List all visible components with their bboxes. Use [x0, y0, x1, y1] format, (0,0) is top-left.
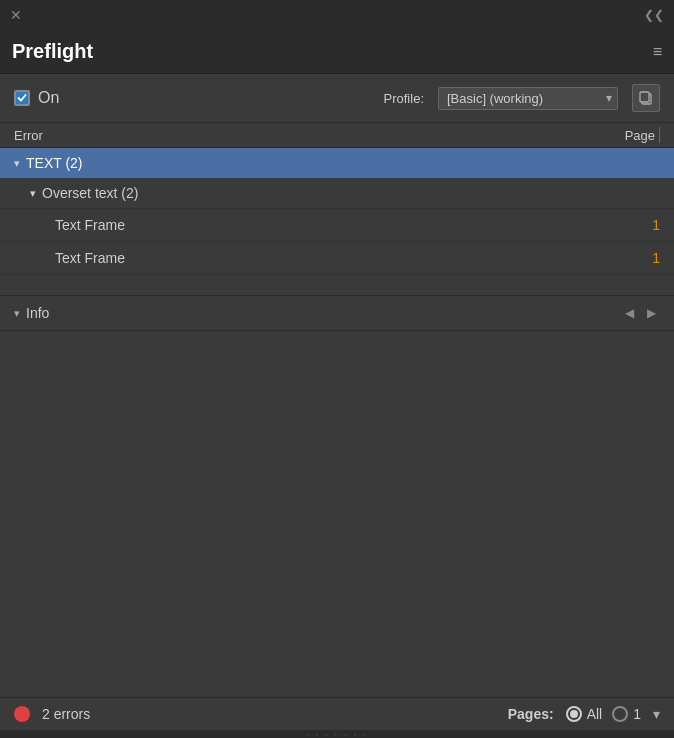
radio-page-1-circle [612, 706, 628, 722]
checkmark-icon [17, 93, 27, 103]
on-checkbox-wrapper[interactable] [14, 90, 30, 106]
info-nav: ◀ ▶ [620, 304, 660, 322]
column-divider [659, 127, 660, 143]
radio-all-label: All [587, 706, 603, 722]
radio-all[interactable]: All [566, 706, 603, 722]
radio-group: All 1 [566, 706, 641, 722]
text-frame-row-1[interactable]: Text Frame 1 [0, 209, 674, 242]
table-header: Error Page [0, 122, 674, 148]
pages-dropdown[interactable]: ▾ [653, 706, 660, 722]
page-column-header: Page [595, 128, 655, 143]
profile-label: Profile: [384, 91, 424, 106]
info-next-button[interactable]: ▶ [642, 304, 660, 322]
text-group-chevron-icon: ▾ [14, 157, 20, 170]
pages-dropdown-arrow-icon: ▾ [653, 706, 660, 722]
error-column-header: Error [14, 128, 595, 143]
info-chevron-icon: ▾ [14, 307, 20, 320]
collapse-icon[interactable]: ❮❮ [644, 9, 664, 21]
copy-icon [638, 90, 654, 106]
panel-title: Preflight [12, 40, 93, 63]
error-spacer [0, 275, 674, 295]
error-dot-icon [14, 706, 30, 722]
info-prev-button[interactable]: ◀ [620, 304, 638, 322]
top-bar: ✕ ❮❮ [0, 0, 674, 30]
radio-all-circle [566, 706, 582, 722]
on-row: On Profile: [Basic] (working)[None]Custo… [0, 74, 674, 122]
text-frame-page-2: 1 [620, 250, 660, 266]
pages-label: Pages: [508, 706, 554, 722]
overset-row[interactable]: ▾ Overset text (2) [0, 178, 674, 209]
profile-select[interactable]: [Basic] (working)[None]Custom Profile [438, 87, 618, 110]
errors-count: 2 errors [42, 706, 496, 722]
scroll-handle-dots: · · · · · · · [306, 729, 368, 739]
text-group-row[interactable]: ▾ TEXT (2) [0, 148, 674, 178]
text-group-label: TEXT (2) [26, 155, 83, 171]
on-label: On [38, 89, 59, 107]
info-label: Info [26, 305, 49, 321]
overset-chevron-icon: ▾ [30, 187, 36, 200]
on-checkbox[interactable] [14, 90, 30, 106]
close-icon[interactable]: ✕ [10, 8, 22, 22]
text-frame-label-1: Text Frame [55, 217, 620, 233]
error-list: ▾ TEXT (2) ▾ Overset text (2) Text Frame… [0, 148, 674, 295]
overset-label: Overset text (2) [42, 185, 138, 201]
svg-rect-1 [640, 92, 649, 102]
text-frame-label-2: Text Frame [55, 250, 620, 266]
preflight-panel: ✕ ❮❮ Preflight ≡ On Profile: [Basic] (wo… [0, 0, 674, 738]
info-content [0, 330, 674, 500]
radio-page-1-label: 1 [633, 706, 641, 722]
info-header[interactable]: ▾ Info ◀ ▶ [0, 296, 674, 330]
info-section: ▾ Info ◀ ▶ [0, 295, 674, 500]
top-bar-left: ✕ [10, 8, 22, 22]
text-frame-page-1: 1 [620, 217, 660, 233]
profile-select-wrapper: [Basic] (working)[None]Custom Profile [438, 87, 618, 110]
panel-header: Preflight ≡ [0, 30, 674, 74]
menu-icon[interactable]: ≡ [653, 43, 662, 61]
copy-profile-button[interactable] [632, 84, 660, 112]
info-left: ▾ Info [14, 305, 49, 321]
scroll-handle: · · · · · · · [0, 730, 674, 738]
bottom-bar: 2 errors Pages: All 1 ▾ [0, 697, 674, 730]
text-frame-row-2[interactable]: Text Frame 1 [0, 242, 674, 275]
radio-page-1[interactable]: 1 [612, 706, 641, 722]
